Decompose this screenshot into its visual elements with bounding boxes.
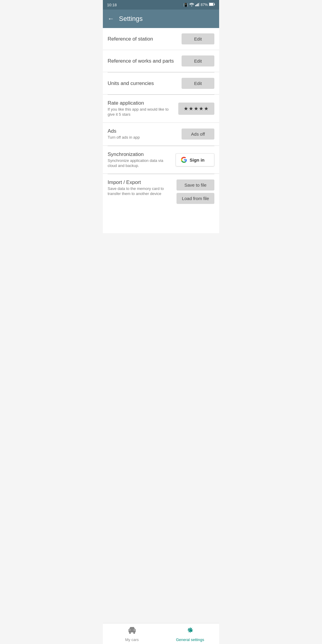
page-title: Settings <box>119 15 143 23</box>
reference-works-edit-button[interactable]: Edit <box>182 55 214 66</box>
ads-off-button[interactable]: Ads off <box>182 129 214 140</box>
reference-station-edit-button[interactable]: Edit <box>182 33 214 44</box>
svg-rect-4 <box>199 3 199 6</box>
reference-station-label: Reference of station <box>108 36 182 42</box>
rate-app-button[interactable]: ★★★★★ <box>178 103 214 115</box>
units-currencies-label: Units and currencies <box>108 80 182 86</box>
header: ← Settings <box>103 10 219 28</box>
battery-percent: 87% <box>201 3 208 7</box>
svg-point-0 <box>191 5 192 6</box>
settings-content: Reference of station Edit Reference of w… <box>103 28 219 233</box>
rate-app-label: Rate application If you like this app an… <box>108 100 178 117</box>
load-from-file-button[interactable]: Load from file <box>177 193 214 204</box>
import-export-label: Import / Export Save data to the memory … <box>108 179 177 196</box>
save-to-file-button[interactable]: Save to file <box>177 179 214 191</box>
svg-rect-6 <box>214 4 215 5</box>
svg-rect-2 <box>196 4 197 6</box>
import-export-buttons: Save to file Load from file <box>177 179 214 204</box>
google-signin-button[interactable]: Sign in <box>176 153 214 166</box>
ads-row: Ads Turn off ads in app Ads off <box>103 123 219 146</box>
battery-icon <box>209 3 215 7</box>
back-button[interactable]: ← <box>108 15 114 23</box>
ads-label: Ads Turn off ads in app <box>108 128 182 140</box>
sync-row: Synchronization Synchronize application … <box>103 146 219 174</box>
google-g-icon <box>181 157 187 163</box>
vibrate-icon: 📳 <box>183 3 188 7</box>
reference-works-row: Reference of works and parts Edit <box>103 50 219 72</box>
status-icons: 📳 87% <box>183 3 215 7</box>
sync-label: Synchronization Synchronize application … <box>108 151 176 168</box>
rate-app-row: Rate application If you like this app an… <box>103 95 219 123</box>
wifi-icon <box>189 3 194 7</box>
signin-label: Sign in <box>190 157 205 162</box>
svg-rect-1 <box>195 5 196 6</box>
reference-station-row: Reference of station Edit <box>103 28 219 50</box>
units-currencies-row: Units and currencies Edit <box>103 72 219 95</box>
svg-rect-7 <box>209 3 213 6</box>
status-bar: 10:18 📳 87% <box>103 0 219 10</box>
status-time: 10:18 <box>107 3 117 7</box>
svg-rect-3 <box>198 3 199 6</box>
reference-works-label: Reference of works and parts <box>108 58 182 64</box>
units-currencies-edit-button[interactable]: Edit <box>182 78 214 89</box>
signal-icon <box>195 3 199 7</box>
bottom-spacer <box>103 209 219 233</box>
import-export-row: Import / Export Save data to the memory … <box>103 174 219 209</box>
